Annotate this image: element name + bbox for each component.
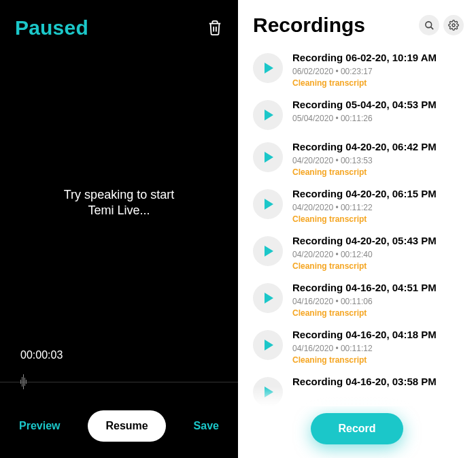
recording-item[interactable]: Recording 05-04-20, 04:53 PM05/04/2020 •… bbox=[253, 93, 465, 135]
play-button[interactable] bbox=[253, 100, 283, 130]
play-icon bbox=[265, 63, 273, 73]
recording-status: Cleaning transcript bbox=[292, 261, 465, 271]
play-button[interactable] bbox=[253, 142, 283, 172]
recorder-status-title: Paused bbox=[15, 16, 88, 39]
recording-meta: 05/04/2020 • 00:11:26 bbox=[292, 114, 465, 123]
recording-status: Cleaning transcript bbox=[292, 167, 465, 177]
recording-status: Cleaning transcript bbox=[292, 308, 465, 318]
search-button[interactable] bbox=[419, 15, 439, 35]
preview-button[interactable]: Preview bbox=[19, 420, 60, 432]
recording-text: Recording 06-02-20, 10:19 AM06/02/2020 •… bbox=[292, 52, 465, 88]
recording-item[interactable]: Recording 04-16-20, 04:51 PM04/16/2020 •… bbox=[253, 276, 465, 323]
recording-text: Recording 05-04-20, 04:53 PM05/04/2020 •… bbox=[292, 99, 465, 130]
recording-meta: 06/02/2020 • 00:23:17 bbox=[292, 67, 465, 76]
recordings-panel: Recordings Recording 06-02-20, 10:19 AM0… bbox=[238, 0, 476, 458]
recording-meta: 04/20/2020 • 00:13:53 bbox=[292, 156, 465, 165]
placeholder-line1: Try speaking to start bbox=[64, 187, 174, 203]
recording-title: Recording 04-16-20, 04:51 PM bbox=[292, 282, 465, 294]
recording-meta: 04/16/2020 • 00:11:06 bbox=[292, 297, 465, 306]
placeholder-line2: Temi Live... bbox=[88, 203, 150, 218]
recording-text: Recording 04-20-20, 06:42 PM04/20/2020 •… bbox=[292, 141, 465, 177]
recording-text: Recording 04-16-20, 03:58 PM bbox=[292, 376, 465, 406]
recording-title: Recording 04-20-20, 06:42 PM bbox=[292, 141, 465, 153]
recording-item[interactable]: Recording 04-16-20, 03:58 PM bbox=[253, 370, 465, 406]
recording-meta: 04/20/2020 • 00:11:22 bbox=[292, 203, 465, 212]
recording-title: Recording 04-16-20, 03:58 PM bbox=[292, 376, 465, 388]
waveform-display bbox=[0, 368, 238, 395]
play-button[interactable] bbox=[253, 283, 283, 313]
save-button[interactable]: Save bbox=[194, 420, 219, 432]
play-button[interactable] bbox=[253, 189, 283, 219]
recorder-header: Paused bbox=[0, 0, 238, 39]
record-button[interactable]: Record bbox=[311, 413, 403, 444]
recording-text: Recording 04-20-20, 05:43 PM04/20/2020 •… bbox=[292, 235, 465, 271]
play-icon bbox=[265, 152, 273, 163]
resume-button[interactable]: Resume bbox=[88, 410, 165, 442]
recording-text: Recording 04-16-20, 04:51 PM04/16/2020 •… bbox=[292, 282, 465, 318]
play-icon bbox=[265, 110, 273, 120]
recording-title: Recording 05-04-20, 04:53 PM bbox=[292, 99, 465, 111]
gear-icon bbox=[448, 20, 459, 31]
play-button[interactable] bbox=[253, 330, 283, 360]
recording-item[interactable]: Recording 04-20-20, 05:43 PM04/20/2020 •… bbox=[253, 229, 465, 276]
recording-status: Cleaning transcript bbox=[292, 355, 465, 365]
recording-status: Cleaning transcript bbox=[292, 214, 465, 224]
recording-item[interactable]: Recording 04-20-20, 06:42 PM04/20/2020 •… bbox=[253, 135, 465, 182]
recording-title: Recording 06-02-20, 10:19 AM bbox=[292, 52, 465, 64]
recordings-footer: Record bbox=[238, 406, 476, 458]
recording-meta: 04/20/2020 • 00:12:40 bbox=[292, 250, 465, 259]
trash-icon bbox=[207, 20, 222, 36]
recorder-placeholder-message: Try speaking to start Temi Live... bbox=[0, 67, 238, 338]
recording-meta: 04/16/2020 • 00:11:12 bbox=[292, 344, 465, 353]
recording-item[interactable]: Recording 04-16-20, 04:18 PM04/16/2020 •… bbox=[253, 323, 465, 370]
settings-button[interactable] bbox=[443, 15, 464, 35]
play-button[interactable] bbox=[253, 236, 283, 266]
recordings-title: Recordings bbox=[253, 14, 365, 37]
svg-point-1 bbox=[452, 24, 455, 27]
recording-status: Cleaning transcript bbox=[292, 78, 465, 88]
delete-button[interactable] bbox=[206, 19, 223, 37]
recording-title: Recording 04-16-20, 04:18 PM bbox=[292, 329, 465, 341]
search-icon bbox=[424, 20, 435, 31]
recordings-header: Recordings bbox=[238, 0, 476, 45]
play-icon bbox=[265, 246, 273, 257]
play-button[interactable] bbox=[253, 53, 283, 83]
recorder-panel: Paused Try speaking to start Temi Live..… bbox=[0, 0, 238, 458]
recording-title: Recording 04-20-20, 05:43 PM bbox=[292, 235, 465, 247]
header-actions bbox=[419, 15, 464, 35]
recording-item[interactable]: Recording 04-20-20, 06:15 PM04/20/2020 •… bbox=[253, 182, 465, 229]
recording-text: Recording 04-16-20, 04:18 PM04/16/2020 •… bbox=[292, 329, 465, 365]
recording-text: Recording 04-20-20, 06:15 PM04/20/2020 •… bbox=[292, 188, 465, 224]
play-icon bbox=[265, 340, 273, 350]
play-button[interactable] bbox=[253, 377, 283, 406]
play-icon bbox=[265, 293, 273, 304]
recording-timer: 00:00:03 bbox=[0, 349, 238, 361]
play-icon bbox=[265, 387, 273, 397]
recording-item[interactable]: Recording 06-02-20, 10:19 AM06/02/2020 •… bbox=[253, 46, 465, 93]
recording-title: Recording 04-20-20, 06:15 PM bbox=[292, 188, 465, 200]
recorder-bottom-bar: Preview Resume Save bbox=[0, 410, 238, 458]
play-icon bbox=[265, 199, 273, 210]
recordings-list[interactable]: Recording 06-02-20, 10:19 AM06/02/2020 •… bbox=[238, 45, 476, 406]
svg-point-0 bbox=[425, 21, 431, 27]
